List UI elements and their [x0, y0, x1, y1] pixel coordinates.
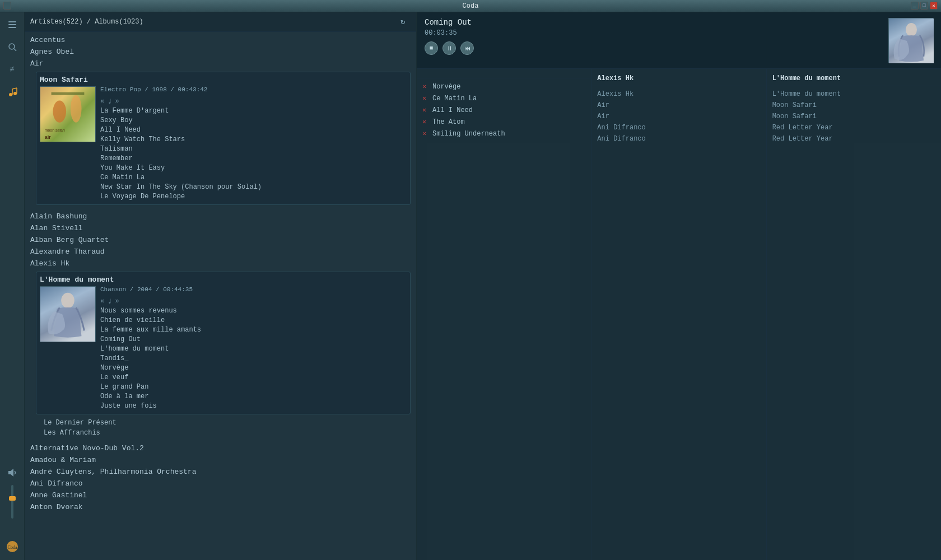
close-button[interactable]: ✕: [930, 2, 938, 10]
artist-item[interactable]: Anton Dvorak: [25, 501, 416, 513]
queue-item[interactable]: Ani Difranco: [591, 133, 766, 144]
svg-point-3: [9, 44, 15, 49]
track-item[interactable]: Norvège: [100, 363, 201, 372]
sidebar-item-tools[interactable]: [4, 17, 20, 32]
track-item[interactable]: L'homme du moment: [100, 344, 201, 353]
now-playing-title: Coming Out: [425, 18, 881, 27]
library-scroll[interactable]: Accentus Agnes Obel Air Moon Safari: [25, 32, 416, 560]
track-item[interactable]: Le veuf: [100, 373, 201, 382]
queue-artist-name: Ani Difranco: [597, 135, 670, 143]
track-item[interactable]: Talisman: [100, 144, 262, 153]
queue-item[interactable]: ✕ Norvège: [417, 81, 591, 92]
album-item[interactable]: Les Affranchis: [41, 428, 411, 438]
queue-remove-btn[interactable]: ✕: [422, 82, 429, 91]
volume-thumb[interactable]: [9, 496, 16, 501]
right-panel: Coming Out 00:03:35 ■ ⏸ ⏮: [417, 12, 941, 560]
track-item[interactable]: Juste une fois: [100, 402, 201, 410]
sidebar-item-speaker[interactable]: [4, 465, 20, 480]
track-item[interactable]: All I Need: [100, 125, 262, 134]
queue-item[interactable]: ✕ All I Need: [417, 104, 591, 116]
track-item[interactable]: Le Voyage De Penelope: [100, 192, 262, 201]
queue-item[interactable]: Moon Safari: [767, 100, 941, 111]
track-item[interactable]: Remember: [100, 154, 262, 163]
queue-artist-name: Air: [597, 101, 670, 109]
queue-remove-btn[interactable]: ✕: [422, 118, 429, 126]
queue-track-name: All I Need: [432, 106, 585, 114]
queue-item[interactable]: ✕ Smiling Underneath: [417, 128, 591, 139]
artist-item[interactable]: Anne Gastinel: [25, 489, 416, 501]
artist-item[interactable]: Alexandre Tharaud: [25, 246, 416, 258]
track-item[interactable]: Ode à la mer: [100, 392, 201, 401]
queue-item[interactable]: ✕ The Atom: [417, 116, 591, 128]
minimize-button[interactable]: _: [911, 2, 919, 10]
refresh-button[interactable]: ↻: [400, 17, 411, 27]
album-next-btn[interactable]: »: [115, 297, 119, 306]
queue-item[interactable]: Red Letter Year: [767, 122, 941, 133]
volume-track[interactable]: [11, 485, 13, 519]
album-controls: « ♩ »: [100, 97, 262, 106]
queue-remove-btn[interactable]: ✕: [422, 129, 429, 138]
artist-item[interactable]: Alain Bashung: [25, 211, 416, 222]
album-cover: [40, 286, 96, 342]
track-item[interactable]: Le grand Pan: [100, 382, 201, 391]
track-item[interactable]: Nous sommes revenus: [100, 306, 201, 315]
artist-item[interactable]: Alan Stivell: [25, 222, 416, 234]
track-item[interactable]: Sexy Boy: [100, 116, 262, 125]
artist-item[interactable]: Agnes Obel: [25, 46, 416, 58]
album-body: Chanson / 2004 / 00:44:35 « ♩ » Nous som…: [40, 286, 407, 410]
sidebar-item-search[interactable]: [4, 39, 20, 55]
now-playing: Coming Out 00:03:35 ■ ⏸ ⏮: [417, 12, 941, 69]
stop-button[interactable]: ■: [425, 41, 438, 55]
svg-rect-2: [8, 27, 16, 28]
queue-item[interactable]: Air: [591, 100, 766, 111]
artist-item[interactable]: Alexis Hk: [25, 258, 416, 269]
sidebar-item-filter[interactable]: ≠: [4, 62, 20, 77]
artist-item[interactable]: Air: [25, 58, 416, 69]
now-playing-info: Coming Out 00:03:35 ■ ⏸ ⏮: [425, 18, 881, 55]
queue-item[interactable]: Red Letter Year: [767, 133, 941, 144]
sidebar-item-music[interactable]: [4, 84, 20, 100]
window-controls[interactable]: _ □ ✕: [911, 2, 938, 10]
album-prev-btn[interactable]: «: [100, 297, 104, 306]
main-layout: ≠ Coda Artistes(522) / Albums(1023) ↻: [0, 12, 941, 560]
library-panel: Artistes(522) / Albums(1023) ↻ Accentus …: [25, 12, 417, 560]
queue-tracks-col: ✕ Norvège ✕ Ce Matin La ✕ All I Need ✕ T…: [417, 69, 591, 560]
maximize-button[interactable]: □: [920, 2, 928, 10]
album-play-btn[interactable]: ♩: [108, 97, 111, 106]
album-play-btn[interactable]: ♩: [108, 297, 111, 306]
artist-item[interactable]: Accentus: [25, 34, 416, 46]
album-item[interactable]: Le Dernier Présent: [41, 418, 411, 428]
volume-slider[interactable]: [11, 485, 13, 530]
track-item[interactable]: Kelly Watch The Stars: [100, 135, 262, 144]
queue-album-name: L'Homme du moment: [772, 90, 856, 98]
queue-remove-btn[interactable]: ✕: [422, 94, 429, 102]
artist-item[interactable]: Ani Difranco: [25, 478, 416, 489]
artist-item[interactable]: Amadou & Mariam: [25, 454, 416, 466]
track-item[interactable]: Chien de vieille: [100, 316, 201, 325]
queue-item[interactable]: ✕ Ce Matin La: [417, 92, 591, 104]
queue-item[interactable]: Alexis Hk: [591, 88, 766, 100]
queue-item[interactable]: Ani Difranco: [591, 122, 766, 133]
album-prev-btn[interactable]: «: [100, 97, 104, 106]
queue-item[interactable]: Moon Safari: [767, 111, 941, 122]
artist-item[interactable]: André Cluytens, Philharmonia Orchestra: [25, 466, 416, 478]
album-meta: Chanson / 2004 / 00:44:35: [100, 286, 201, 293]
track-item[interactable]: New Star In The Sky (Chanson pour Solal): [100, 183, 262, 192]
queue-item[interactable]: L'Homme du moment: [767, 88, 941, 100]
track-item[interactable]: Tandis_: [100, 354, 201, 363]
track-item[interactable]: Coming Out: [100, 335, 201, 344]
queue-track-name: Ce Matin La: [432, 95, 585, 102]
artist-item[interactable]: Alban Berg Quartet: [25, 234, 416, 246]
now-playing-time: 00:03:35: [425, 29, 881, 37]
queue-album-name: Red Letter Year: [772, 124, 856, 132]
queue-remove-btn[interactable]: ✕: [422, 106, 429, 114]
album-next-btn[interactable]: »: [115, 97, 119, 106]
track-item[interactable]: Ce Matin La: [100, 173, 262, 182]
queue-item[interactable]: Air: [591, 111, 766, 122]
artist-item[interactable]: Alternative Novo-Dub Vol.2: [25, 442, 416, 454]
track-item[interactable]: La Femme D'argent: [100, 106, 262, 115]
pause-button[interactable]: ⏸: [442, 41, 456, 55]
prev-button[interactable]: ⏮: [460, 41, 474, 55]
track-item[interactable]: You Make It Easy: [100, 164, 262, 172]
track-item[interactable]: La femme aux mille amants: [100, 325, 201, 334]
